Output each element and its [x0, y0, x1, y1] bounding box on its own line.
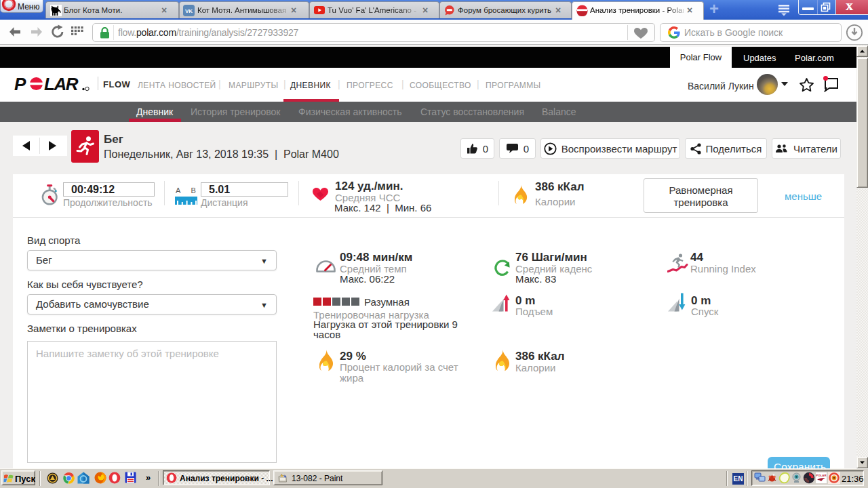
svg-text:POLAR: POLAR [816, 474, 827, 477]
svg-text:LAR: LAR [44, 75, 79, 94]
svg-text:P: P [14, 75, 26, 94]
svg-text:VK: VK [185, 8, 193, 14]
